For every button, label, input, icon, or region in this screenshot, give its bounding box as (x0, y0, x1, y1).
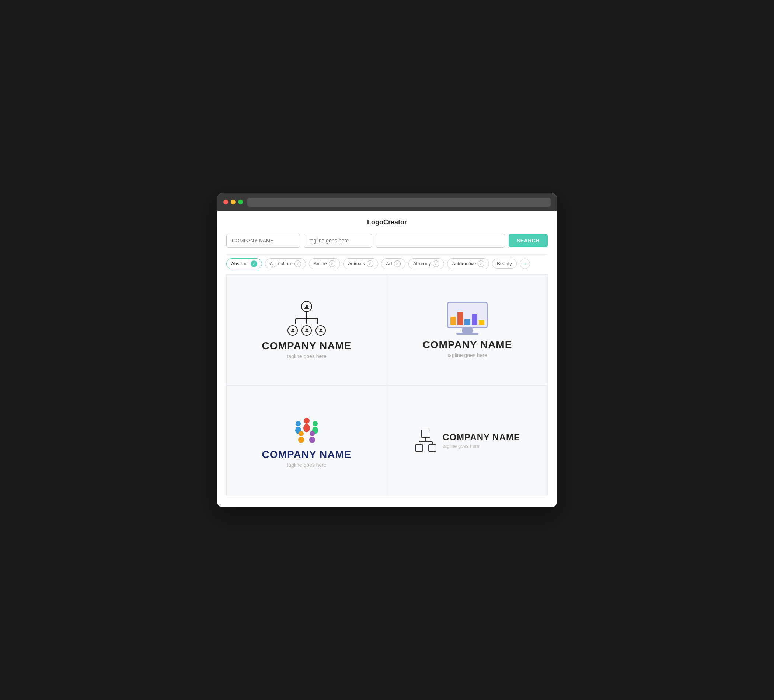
close-button[interactable] (223, 200, 228, 205)
logo-card-2[interactable]: COMPANY NAME tagline goes here (387, 275, 548, 385)
network-icon (415, 429, 437, 452)
logo4-wrapper: COMPANY NAME tagline goes here (415, 429, 520, 452)
svg-point-6 (296, 421, 301, 426)
svg-point-11 (298, 437, 304, 443)
org-chart-icon (288, 301, 326, 336)
check-icon-art: ✓ (394, 261, 401, 267)
minimize-button[interactable] (231, 200, 235, 205)
category-automotive-label: Automotive (452, 261, 476, 266)
category-agriculture-label: Agriculture (270, 261, 293, 266)
svg-rect-14 (421, 430, 430, 438)
logo2-tagline: tagline goes here (447, 352, 487, 358)
categories-row: Abstract ✓ Agriculture ✓ Airline ✓ Anima… (226, 254, 548, 275)
app-content: LogoCreator SEARCH Abstract ✓ Agricultur… (217, 211, 557, 507)
monitor-base (456, 333, 478, 335)
monitor (447, 302, 488, 328)
address-bar[interactable] (247, 198, 551, 207)
check-icon-airline: ✓ (329, 261, 336, 267)
bar-5 (479, 320, 484, 325)
svg-point-12 (309, 431, 315, 436)
svg-point-10 (299, 431, 304, 436)
monitor-stand (462, 328, 473, 333)
category-animals-label: Animals (348, 261, 365, 266)
category-art-label: Art (386, 261, 392, 266)
colorful-people-icon (290, 413, 323, 444)
search-row: SEARCH (226, 234, 548, 248)
monitor-screen (448, 303, 486, 327)
svg-rect-18 (415, 445, 423, 451)
bar-3 (465, 319, 470, 325)
company-name-input[interactable] (226, 234, 300, 248)
logo-card-3[interactable]: COMPANY NAME tagline goes here (226, 385, 387, 496)
tagline-input[interactable] (304, 234, 372, 248)
logo3-tagline: tagline goes here (287, 462, 326, 468)
check-icon-attorney: ✓ (433, 261, 439, 267)
svg-point-8 (313, 421, 318, 426)
logo-card-1[interactable]: COMPANY NAME tagline goes here (226, 275, 387, 385)
logo1-company-name: COMPANY NAME (262, 340, 352, 352)
browser-window: LogoCreator SEARCH Abstract ✓ Agricultur… (217, 193, 557, 507)
logos-grid: COMPANY NAME tagline goes here (226, 275, 548, 496)
check-icon-automotive: ✓ (478, 261, 484, 267)
bar-1 (450, 317, 456, 325)
svg-point-4 (304, 418, 309, 424)
svg-point-5 (303, 424, 310, 432)
category-art[interactable]: Art ✓ (381, 258, 405, 269)
category-automotive[interactable]: Automotive ✓ (447, 258, 489, 269)
traffic-lights (223, 200, 243, 205)
svg-point-0 (306, 305, 308, 307)
category-airline-label: Airline (314, 261, 327, 266)
svg-point-2 (306, 329, 308, 331)
category-animals[interactable]: Animals ✓ (343, 258, 378, 269)
logo4-text-block: COMPANY NAME tagline goes here (443, 432, 520, 449)
svg-rect-20 (428, 445, 436, 451)
computer-icon (447, 302, 488, 335)
logo1-tagline: tagline goes here (287, 353, 326, 359)
logo2-company-name: COMPANY NAME (423, 339, 512, 351)
category-abstract[interactable]: Abstract ✓ (226, 258, 262, 269)
app-title: LogoCreator (226, 218, 548, 226)
category-agriculture[interactable]: Agriculture ✓ (265, 258, 306, 269)
svg-point-1 (291, 329, 294, 331)
category-beauty-label: Beauty (497, 261, 511, 266)
bar-2 (457, 312, 463, 325)
category-airline[interactable]: Airline ✓ (309, 258, 340, 269)
check-icon-abstract: ✓ (251, 261, 257, 267)
svg-point-3 (319, 329, 322, 331)
categories-next-button[interactable]: → (520, 259, 530, 269)
logo4-tagline: tagline goes here (443, 443, 520, 449)
logo3-company-name: COMPANY NAME (262, 449, 352, 461)
logo4-company-name: COMPANY NAME (443, 432, 520, 442)
maximize-button[interactable] (238, 200, 243, 205)
category-beauty[interactable]: Beauty (492, 259, 516, 269)
svg-point-13 (309, 437, 315, 443)
extra-input[interactable] (375, 234, 505, 248)
category-attorney[interactable]: Attorney ✓ (408, 258, 444, 269)
check-icon-agriculture: ✓ (294, 261, 301, 267)
check-icon-animals: ✓ (367, 261, 373, 267)
search-button[interactable]: SEARCH (509, 234, 548, 247)
logo-card-4[interactable]: COMPANY NAME tagline goes here (387, 385, 548, 496)
category-attorney-label: Attorney (413, 261, 431, 266)
bar-4 (472, 314, 477, 325)
browser-bar (217, 193, 557, 211)
category-abstract-label: Abstract (231, 261, 249, 266)
